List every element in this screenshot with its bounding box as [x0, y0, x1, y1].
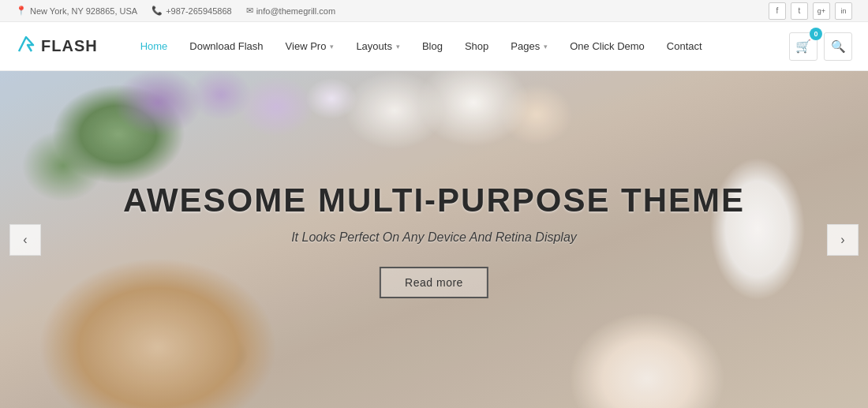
chevron-right-icon: › — [840, 233, 844, 247]
logo-icon — [16, 34, 36, 59]
hero-slider: ‹ AWESOME MULTI-PURPOSE THEME It Looks P… — [0, 71, 868, 408]
chevron-left-icon: ‹ — [23, 233, 27, 247]
topbar-phone: 📞 +987-265945868 — [152, 6, 232, 16]
search-icon: 🔍 — [831, 39, 846, 54]
nav-item-contact[interactable]: Contact — [656, 34, 713, 58]
nav-item-download[interactable]: Download Flash — [178, 34, 274, 58]
cart-button[interactable]: 🛒 0 — [789, 32, 817, 61]
slider-prev-button[interactable]: ‹ — [9, 224, 41, 256]
nav-item-home[interactable]: Home — [129, 34, 179, 58]
topbar-social: f t g+ in — [769, 2, 852, 20]
google-plus-icon[interactable]: g+ — [813, 2, 830, 20]
cart-icon: 🛒 — [795, 39, 811, 54]
nav-item-layouts[interactable]: Layouts▾ — [345, 34, 411, 58]
topbar-email: ✉ info@themegrill.com — [246, 6, 335, 16]
nav-actions: 🛒 0 🔍 — [789, 32, 852, 61]
twitter-icon[interactable]: t — [791, 2, 808, 20]
facebook-icon[interactable]: f — [769, 2, 786, 20]
nav-item-viewpro[interactable]: View Pro▾ — [275, 34, 346, 58]
hero-title: AWESOME MULTI-PURPOSE THEME — [123, 182, 745, 219]
nav-item-shop[interactable]: Shop — [454, 34, 499, 58]
cart-badge: 0 — [810, 28, 822, 40]
hero-subtitle: It Looks Perfect On Any Device And Retin… — [123, 230, 745, 245]
topbar: 📍 New York, NY 928865, USA 📞 +987-265945… — [0, 0, 868, 22]
hero-cta-button[interactable]: Read more — [380, 267, 488, 298]
hero-content: AWESOME MULTI-PURPOSE THEME It Looks Per… — [123, 182, 745, 298]
search-button[interactable]: 🔍 — [824, 32, 852, 61]
logo[interactable]: FLASH — [16, 34, 98, 59]
slider-next-button[interactable]: › — [827, 224, 859, 256]
topbar-contact: 📍 New York, NY 928865, USA 📞 +987-265945… — [16, 6, 335, 16]
nav-item-pages[interactable]: Pages▾ — [499, 34, 559, 58]
logo-text: FLASH — [41, 37, 98, 55]
email-icon: ✉ — [246, 6, 253, 16]
phone-icon: 📞 — [152, 6, 163, 16]
chevron-down-icon: ▾ — [396, 43, 400, 51]
nav-item-oneclickdemo[interactable]: One Click Demo — [559, 34, 656, 58]
nav-item-blog[interactable]: Blog — [411, 34, 454, 58]
linkedin-icon[interactable]: in — [835, 2, 852, 20]
chevron-down-icon: ▾ — [544, 43, 548, 51]
nav-menu: Home Download Flash View Pro▾ Layouts▾ B… — [129, 34, 789, 58]
chevron-down-icon: ▾ — [330, 43, 334, 51]
topbar-location: 📍 New York, NY 928865, USA — [16, 6, 137, 16]
navbar: FLASH Home Download Flash View Pro▾ Layo… — [0, 22, 868, 71]
location-icon: 📍 — [16, 6, 27, 16]
